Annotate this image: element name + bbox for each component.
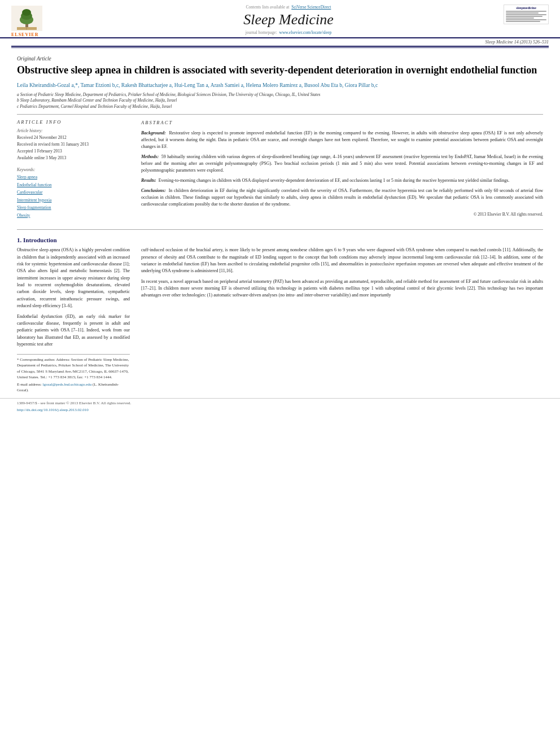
results-text: Evening-to-morning changes in children w… <box>159 178 510 183</box>
intro-body-text: Obstructive sleep apnea (OSA) is a highl… <box>17 247 130 348</box>
divider-2 <box>17 229 543 230</box>
introduction-section: 1. Introduction Obstructive sleep apnea … <box>17 237 543 393</box>
intro-para-2: Endothelial dysfunction (ED), an early r… <box>17 313 130 348</box>
copyright: © 2013 Elsevier B.V. All rights reserved… <box>141 211 543 217</box>
thumb-lines <box>505 10 547 23</box>
history-dates: Received 24 November 2012 Received in re… <box>17 134 130 161</box>
accepted-date: Accepted 1 February 2013 <box>17 148 130 155</box>
article-type: Original Article <box>17 51 543 62</box>
abstract-background: Background: Restorative sleep is expecte… <box>141 130 543 150</box>
email-address[interactable]: lgozal@peds.bsd.uchicago.edu <box>43 382 92 387</box>
revised-date: Received in revised form 31 January 2013 <box>17 141 130 148</box>
keywords-label: Keywords: <box>17 167 130 172</box>
keyword-2[interactable]: Endothelial function <box>17 181 130 189</box>
elsevier-tree-icon <box>11 6 42 31</box>
doi-bar: http://dx.doi.org/10.1016/j.sleep.2013.0… <box>0 408 560 417</box>
keyword-1[interactable]: Sleep apnea <box>17 173 130 181</box>
sciverse-link[interactable]: SciVerse ScienceDirect <box>291 5 331 10</box>
article-info-abstract: Article info Article history: Received 2… <box>17 119 543 225</box>
abstract-col: Abstract Background: Restorative sleep i… <box>141 119 543 225</box>
methods-label: Methods: <box>141 154 159 159</box>
affiliation-c: c Pediatrics Department, Carmel Hospital… <box>17 104 543 110</box>
results-label: Results: <box>141 178 156 183</box>
history-label: Article history: <box>17 128 130 133</box>
intro-heading: 1. Introduction <box>17 237 543 243</box>
article-info-heading: Article info <box>17 119 130 125</box>
affiliation-b: b Sleep Laboratory, Rambam Medical Cente… <box>17 98 543 104</box>
footnote-corresponding: * Corresponding author. Address: Section… <box>17 357 130 381</box>
received-date: Received 24 November 2012 <box>17 134 130 141</box>
divider-1 <box>17 114 543 115</box>
keywords-section: Keywords: Sleep apnea Endothelial functi… <box>17 167 130 219</box>
svg-point-4 <box>22 9 31 16</box>
homepage-url[interactable]: www.elsevier.com/locate/sleep <box>279 30 331 35</box>
abstract-heading: Abstract <box>141 119 543 126</box>
intro-right-body: cuff-induced occlusion of the brachial a… <box>141 247 543 299</box>
article-info-col: Article info Article history: Received 2… <box>17 119 130 225</box>
article-title: Obstructive sleep apnea in children is a… <box>17 64 543 77</box>
article-history: Article info Article history: Received 2… <box>17 119 130 161</box>
authors-line: Leila Kheirandish-Gozal a,*, Tamar Etzio… <box>17 81 543 89</box>
conclusions-text: In children deterioration in EF during t… <box>141 188 543 207</box>
journal-center: Contents lists available at SciVerse Sci… <box>79 5 498 37</box>
keyword-5[interactable]: Sleep fragmentation <box>17 204 130 212</box>
affiliation-a: a Section of Pediatric Sleep Medicine, D… <box>17 92 543 98</box>
journal-name: Sleep Medicine <box>243 11 334 28</box>
journal-ref: Sleep Medicine 14 (2013) 526–531 <box>485 40 549 45</box>
keyword-6[interactable]: Obesity <box>17 212 130 220</box>
available-date: Available online 3 May 2013 <box>17 155 130 161</box>
intro-right-para-1: cuff-induced occlusion of the brachial a… <box>141 247 543 275</box>
footnote-label: * Corresponding author. Address: <box>17 357 70 362</box>
homepage-line: journal homepage: www.elsevier.com/locat… <box>246 30 332 35</box>
keywords-list: Sleep apnea Endothelial function Cardiov… <box>17 173 130 219</box>
keyword-3[interactable]: Cardiovascular <box>17 189 130 196</box>
bottom-bar: 1389-9457/$ - see front matter © 2013 El… <box>0 398 560 408</box>
page: ELSEVIER Contents lists available at Sci… <box>0 0 560 747</box>
double-border <box>11 46 549 48</box>
conclusions-label: Conclusions: <box>141 188 166 193</box>
footnotes: * Corresponding author. Address: Section… <box>17 354 130 394</box>
footnote-email: E-mail address: lgozal@peds.bsd.uchicago… <box>17 382 130 394</box>
article-content: Original Article Obstructive sleep apnea… <box>0 51 560 394</box>
intro-right-para-2: In recent years, a novel approach based … <box>141 278 543 299</box>
elsevier-label: ELSEVIER <box>11 32 79 37</box>
contents-available: Contents lists available at SciVerse Sci… <box>246 5 331 10</box>
thumb-title: sleepmedicine <box>505 6 547 10</box>
journal-ref-bar: Sleep Medicine 14 (2013) 526–531 <box>0 38 560 46</box>
abstract-section: Abstract Background: Restorative sleep i… <box>141 119 543 217</box>
email-label: E-mail address: <box>17 382 42 387</box>
intro-body: Obstructive sleep apnea (OSA) is a highl… <box>17 247 543 393</box>
journal-header: ELSEVIER Contents lists available at Sci… <box>0 0 560 38</box>
elsevier-logo-area: ELSEVIER <box>11 5 79 37</box>
intro-right-col: cuff-induced occlusion of the brachial a… <box>141 247 543 393</box>
issn-text: 1389-9457/$ - see front matter © 2013 El… <box>17 401 131 405</box>
keyword-4[interactable]: Intermittent hypoxia <box>17 196 130 204</box>
abstract-results: Results: Evening-to-morning changes in c… <box>141 177 543 184</box>
abstract-conclusions: Conclusions: In children deterioration i… <box>141 187 543 208</box>
intro-left-col: Obstructive sleep apnea (OSA) is a highl… <box>17 247 130 393</box>
background-text: Restorative sleep is expected to promote… <box>141 130 543 149</box>
sleep-medicine-thumbnail: sleepmedicine <box>498 5 549 37</box>
background-label: Background: <box>141 130 166 136</box>
intro-para-1: Obstructive sleep apnea (OSA) is a highl… <box>17 247 130 310</box>
abstract-methods: Methods: 59 habitually snoring children … <box>141 154 543 174</box>
doi-link[interactable]: http://dx.doi.org/10.1016/j.sleep.2013.0… <box>17 408 543 412</box>
methods-text: 59 habitually snoring children with vari… <box>141 154 543 173</box>
svg-rect-5 <box>17 27 37 30</box>
affiliations: a Section of Pediatric Sleep Medicine, D… <box>17 92 543 110</box>
